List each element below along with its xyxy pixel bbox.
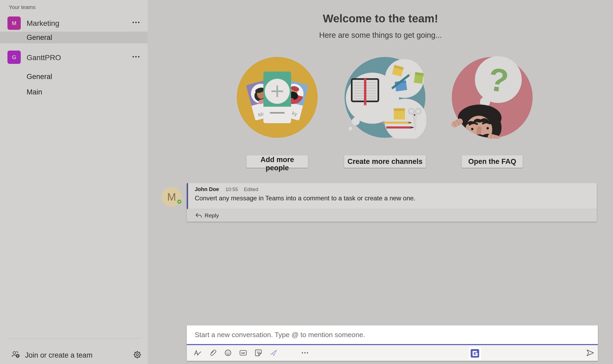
gif-icon[interactable]: GIF (239, 349, 247, 357)
message-edited-badge: Edited (244, 187, 258, 192)
avatar: M (162, 187, 181, 207)
reply-arrow-icon (195, 213, 202, 218)
team-avatar-ganttpro: G (7, 51, 21, 64)
channel-label: General (27, 34, 52, 42)
channel-label: General (27, 73, 52, 81)
add-people-illustration: Maxine ky (236, 56, 318, 139)
create-more-channels-button[interactable]: Create more channels (344, 155, 426, 168)
ganttpro-app-highlight[interactable] (469, 347, 481, 360)
sidebar-item-marketing-general[interactable]: General (0, 32, 148, 43)
svg-text:GIF: GIF (241, 352, 245, 354)
message-author: John Doe (195, 186, 219, 192)
send-icon[interactable] (586, 348, 595, 357)
more-options-icon[interactable] (301, 349, 309, 357)
add-people-icon (11, 350, 20, 359)
message-header: John Doe 10:55 Edited (195, 186, 597, 192)
team-name-marketing[interactable]: Marketing (27, 19, 59, 28)
presence-available-icon (176, 199, 182, 205)
team-avatar-marketing: M (7, 16, 21, 30)
your-teams-label: Your teams (9, 4, 35, 10)
format-icon[interactable] (194, 349, 202, 357)
teams-app: Your teams M Marketing ••• General G Gan… (0, 0, 613, 364)
open-faq-button[interactable]: Open the FAQ (462, 155, 523, 168)
message-card: John Doe 10:55 Edited Convert any messag… (187, 183, 597, 222)
sidebar: Your teams M Marketing ••• General G Gan… (0, 0, 148, 364)
ganttpro-app-icon[interactable] (470, 349, 479, 358)
page-title: Welcome to the team! (239, 12, 521, 25)
join-or-create-row: Join or create a team (0, 349, 148, 363)
sticker-icon[interactable] (254, 349, 262, 357)
compose-input-wrap (187, 325, 598, 344)
team-initial: M (12, 20, 16, 26)
sidebar-divider (8, 338, 140, 339)
more-options-icon[interactable]: ••• (132, 53, 140, 60)
reply-button[interactable]: Reply (187, 209, 597, 222)
team-initial: G (12, 54, 16, 60)
channel-label: Main (27, 88, 42, 96)
more-options-icon[interactable]: ••• (132, 19, 140, 26)
new-conversation-input[interactable] (194, 330, 589, 339)
compose-box: GIF (187, 325, 598, 361)
add-more-people-button[interactable]: Add more people (246, 155, 308, 168)
gear-icon[interactable] (133, 350, 142, 359)
team-name-ganttpro[interactable]: GanttPRO (27, 53, 61, 62)
sidebar-item-ganttpro-main[interactable]: Main (0, 86, 148, 98)
join-or-create-team-button[interactable]: Join or create a team (25, 351, 93, 359)
message-timestamp: 10:55 (225, 187, 238, 192)
message-text: Convert any message in Teams into a comm… (195, 195, 597, 202)
sidebar-item-ganttpro-general[interactable]: General (0, 71, 148, 82)
message-body[interactable]: John Doe 10:55 Edited Convert any messag… (187, 183, 597, 209)
meet-now-icon[interactable] (270, 349, 277, 357)
create-channels-illustration (344, 56, 426, 139)
compose-toolbar: GIF (187, 345, 598, 361)
faq-illustration: ? (451, 56, 533, 139)
reply-label: Reply (205, 212, 219, 219)
page-subtitle: Here are some things to get going... (239, 31, 521, 40)
emoji-icon[interactable] (224, 349, 232, 357)
avatar-initial: M (167, 191, 176, 203)
attach-icon[interactable] (209, 349, 217, 357)
